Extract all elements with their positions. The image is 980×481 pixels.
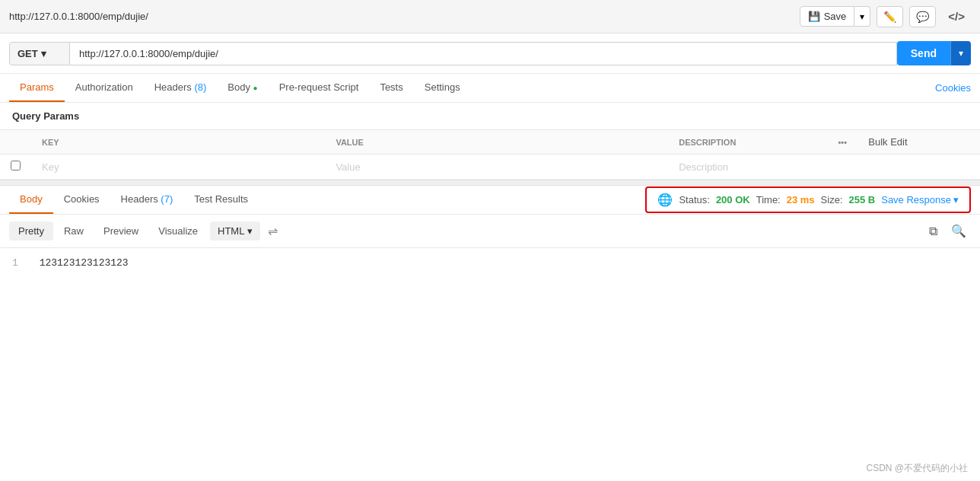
- request-tabs-bar: Params Authorization Headers (8) Body ● …: [0, 74, 980, 103]
- top-bar-actions: 💾 Save ▾ ✏️ 💬 </>: [800, 6, 971, 27]
- wrap-icon: ⇌: [268, 225, 278, 237]
- method-chevron-icon: ▾: [41, 48, 46, 59]
- size-label: Size:: [821, 194, 843, 205]
- copy-icon: ⧉: [929, 225, 937, 237]
- response-tabs-list: Body Cookies Headers (7) Test Results: [9, 186, 259, 214]
- code-content: 123123123123123: [40, 257, 129, 269]
- search-icon: 🔍: [951, 225, 966, 237]
- row-description-cell[interactable]: Description: [668, 154, 827, 180]
- request-tabs-list: Params Authorization Headers (8) Body ● …: [9, 74, 471, 102]
- code-icon: </>: [948, 10, 965, 23]
- resp-tab-body[interactable]: Body: [9, 186, 53, 214]
- wrap-button[interactable]: ⇌: [263, 221, 282, 241]
- format-tab-visualize[interactable]: Visualize: [149, 221, 207, 240]
- response-status-area: 🌐 Status: 200 OK Time: 23 ms Size: 255 B…: [645, 186, 971, 213]
- format-type-chevron-icon: ▾: [247, 225, 253, 237]
- tab-params[interactable]: Params: [9, 74, 65, 102]
- format-tab-pretty[interactable]: Pretty: [9, 221, 53, 240]
- cookies-link[interactable]: Cookies: [935, 75, 971, 101]
- resp-tab-test-results[interactable]: Test Results: [183, 186, 259, 214]
- tab-prerequest[interactable]: Pre-request Script: [269, 74, 370, 102]
- send-button[interactable]: Send: [897, 41, 950, 65]
- resp-tab-cookies[interactable]: Cookies: [53, 186, 110, 214]
- code-toggle-button[interactable]: </>: [942, 7, 971, 26]
- edit-icon-button[interactable]: ✏️: [877, 6, 903, 27]
- col-bulk-edit: Bulk Edit: [858, 130, 980, 154]
- tab-authorization[interactable]: Authorization: [65, 74, 144, 102]
- status-value: 200 OK: [716, 194, 750, 205]
- response-area: Body Cookies Headers (7) Test Results 🌐 …: [0, 186, 980, 278]
- row-checkbox-cell: [0, 154, 31, 180]
- save-label: Save: [824, 11, 847, 22]
- tab-settings[interactable]: Settings: [414, 74, 471, 102]
- response-tabs-bar: Body Cookies Headers (7) Test Results 🌐 …: [0, 186, 980, 215]
- time-label: Time:: [756, 194, 781, 205]
- size-value: 255 B: [849, 194, 876, 205]
- top-bar-url: http://127.0.0.1:8000/emp/dujie/: [9, 11, 148, 22]
- status-label: Status:: [679, 194, 709, 205]
- format-tab-raw[interactable]: Raw: [55, 221, 93, 240]
- send-dropdown-button[interactable]: ▾: [950, 41, 971, 65]
- save-response-chevron-icon: ▾: [953, 194, 959, 205]
- watermark: CSDN @不爱代码的小社: [866, 462, 968, 475]
- params-table: KEY VALUE DESCRIPTION ••• Bulk Edit: [0, 129, 980, 180]
- request-bar: GET ▾ Send ▾: [0, 33, 980, 74]
- comment-icon-button[interactable]: 💬: [909, 6, 936, 27]
- request-area: Query Params KEY VALUE DESCRIPTION ••• B…: [0, 103, 980, 180]
- col-key: KEY: [31, 130, 325, 154]
- body-format-right: ⧉ 🔍: [924, 221, 971, 241]
- col-checkbox: [0, 130, 31, 154]
- more-options-icon: •••: [838, 138, 848, 147]
- save-response-button[interactable]: Save Response ▾: [881, 194, 959, 205]
- time-value: 23 ms: [787, 194, 815, 205]
- pencil-icon: ✏️: [883, 11, 896, 23]
- row-value-cell[interactable]: Value: [325, 154, 668, 180]
- resp-tab-headers[interactable]: Headers (7): [110, 186, 184, 214]
- col-more: •••: [827, 130, 858, 154]
- col-description: DESCRIPTION: [668, 130, 827, 154]
- top-bar: http://127.0.0.1:8000/emp/dujie/ 💾 Save …: [0, 0, 980, 33]
- format-type-select[interactable]: HTML ▾: [210, 221, 260, 240]
- table-row: Key Value Description: [0, 154, 980, 180]
- code-output: 1 123123123123123: [0, 248, 980, 278]
- globe-icon: 🌐: [657, 193, 673, 207]
- bulk-edit-button[interactable]: Bulk Edit: [868, 136, 907, 148]
- body-dot: ●: [253, 84, 258, 92]
- format-tabs: Pretty Raw Preview Visualize: [9, 221, 207, 240]
- row-key-cell[interactable]: Key: [31, 154, 325, 180]
- save-button[interactable]: 💾 Save: [800, 6, 855, 27]
- send-button-group: Send ▾: [897, 41, 971, 65]
- comment-icon: 💬: [916, 11, 929, 23]
- save-disk-icon: 💾: [808, 11, 820, 22]
- col-value: VALUE: [325, 130, 668, 154]
- body-format-bar: Pretty Raw Preview Visualize HTML ▾ ⇌ ⧉ …: [0, 215, 980, 248]
- row-checkbox[interactable]: [11, 161, 21, 170]
- format-controls: Pretty Raw Preview Visualize HTML ▾ ⇌: [9, 221, 282, 241]
- method-select[interactable]: GET ▾: [9, 42, 70, 65]
- url-input[interactable]: [70, 42, 897, 65]
- search-button[interactable]: 🔍: [947, 221, 971, 241]
- method-label: GET: [18, 48, 38, 59]
- copy-button[interactable]: ⧉: [924, 221, 942, 241]
- save-button-group: 💾 Save ▾: [800, 6, 871, 27]
- save-dropdown-button[interactable]: ▾: [854, 6, 870, 27]
- query-params-title: Query Params: [0, 103, 980, 129]
- format-tab-preview[interactable]: Preview: [94, 221, 148, 240]
- tab-tests[interactable]: Tests: [369, 74, 413, 102]
- section-divider: [0, 180, 980, 186]
- line-number: 1: [12, 257, 18, 269]
- tab-headers[interactable]: Headers (8): [144, 74, 218, 102]
- tab-body[interactable]: Body ●: [217, 74, 268, 102]
